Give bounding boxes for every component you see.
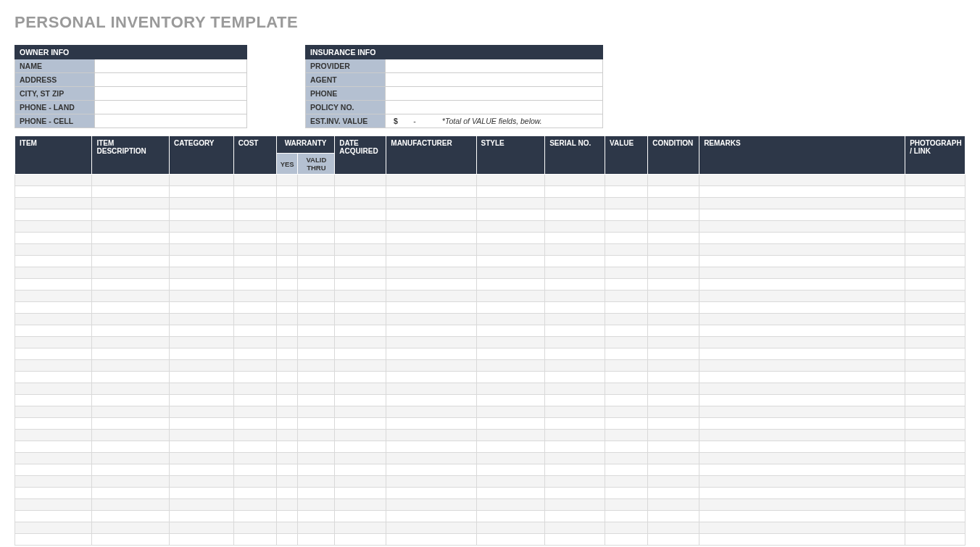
- table-cell[interactable]: [386, 406, 476, 418]
- table-cell[interactable]: [905, 256, 966, 267]
- table-cell[interactable]: [233, 337, 276, 348]
- table-cell[interactable]: [648, 244, 699, 256]
- table-cell[interactable]: [905, 360, 966, 372]
- table-cell[interactable]: [476, 499, 545, 511]
- table-cell[interactable]: [335, 325, 386, 337]
- table-cell[interactable]: [905, 522, 966, 534]
- table-cell[interactable]: [169, 244, 233, 256]
- table-cell[interactable]: [476, 522, 545, 534]
- table-cell[interactable]: [233, 453, 276, 464]
- table-cell[interactable]: [386, 302, 476, 314]
- table-cell[interactable]: [476, 314, 545, 325]
- table-cell[interactable]: [169, 453, 233, 464]
- table-cell[interactable]: [276, 522, 298, 534]
- table-cell[interactable]: [15, 256, 92, 267]
- table-cell[interactable]: [648, 209, 699, 221]
- table-cell[interactable]: [169, 209, 233, 221]
- table-cell[interactable]: [276, 233, 298, 244]
- table-cell[interactable]: [169, 372, 233, 383]
- table-cell[interactable]: [276, 198, 298, 209]
- table-cell[interactable]: [386, 534, 476, 546]
- table-cell[interactable]: [605, 233, 648, 244]
- table-cell[interactable]: [335, 256, 386, 267]
- table-cell[interactable]: [169, 198, 233, 209]
- table-cell[interactable]: [92, 186, 169, 198]
- table-cell[interactable]: [545, 360, 605, 372]
- table-cell[interactable]: [298, 209, 335, 221]
- table-cell[interactable]: [605, 209, 648, 221]
- table-cell[interactable]: [92, 464, 169, 476]
- table-cell[interactable]: [699, 186, 905, 198]
- table-cell[interactable]: [298, 186, 335, 198]
- table-cell[interactable]: [386, 186, 476, 198]
- table-cell[interactable]: [298, 430, 335, 441]
- table-cell[interactable]: [648, 372, 699, 383]
- table-cell[interactable]: [15, 372, 92, 383]
- table-cell[interactable]: [648, 522, 699, 534]
- table-cell[interactable]: [335, 209, 386, 221]
- table-cell[interactable]: [233, 302, 276, 314]
- table-cell[interactable]: [92, 372, 169, 383]
- table-cell[interactable]: [335, 453, 386, 464]
- table-cell[interactable]: [545, 453, 605, 464]
- table-cell[interactable]: [335, 383, 386, 395]
- table-cell[interactable]: [233, 256, 276, 267]
- table-cell[interactable]: [233, 325, 276, 337]
- table-cell[interactable]: [298, 198, 335, 209]
- table-cell[interactable]: [699, 511, 905, 522]
- table-cell[interactable]: [605, 418, 648, 430]
- table-cell[interactable]: [905, 418, 966, 430]
- table-cell[interactable]: [699, 453, 905, 464]
- table-cell[interactable]: [648, 198, 699, 209]
- table-cell[interactable]: [386, 430, 476, 441]
- table-cell[interactable]: [905, 476, 966, 488]
- table-cell[interactable]: [648, 314, 699, 325]
- table-cell[interactable]: [905, 175, 966, 186]
- table-cell[interactable]: [335, 360, 386, 372]
- table-cell[interactable]: [15, 348, 92, 360]
- table-cell[interactable]: [233, 534, 276, 546]
- table-cell[interactable]: [169, 534, 233, 546]
- table-cell[interactable]: [169, 175, 233, 186]
- insurance-value[interactable]: [386, 73, 603, 87]
- table-cell[interactable]: [233, 233, 276, 244]
- table-cell[interactable]: [298, 314, 335, 325]
- table-cell[interactable]: [233, 430, 276, 441]
- table-cell[interactable]: [476, 175, 545, 186]
- table-cell[interactable]: [476, 430, 545, 441]
- table-cell[interactable]: [233, 441, 276, 453]
- table-cell[interactable]: [335, 279, 386, 291]
- table-cell[interactable]: [699, 418, 905, 430]
- table-cell[interactable]: [92, 522, 169, 534]
- table-cell[interactable]: [92, 430, 169, 441]
- table-cell[interactable]: [298, 337, 335, 348]
- table-cell[interactable]: [276, 453, 298, 464]
- table-cell[interactable]: [476, 233, 545, 244]
- table-cell[interactable]: [476, 395, 545, 406]
- table-cell[interactable]: [276, 534, 298, 546]
- table-cell[interactable]: [905, 534, 966, 546]
- table-cell[interactable]: [386, 198, 476, 209]
- table-cell[interactable]: [15, 464, 92, 476]
- table-cell[interactable]: [92, 418, 169, 430]
- table-cell[interactable]: [545, 441, 605, 453]
- table-cell[interactable]: [648, 256, 699, 267]
- table-cell[interactable]: [233, 395, 276, 406]
- table-cell[interactable]: [905, 233, 966, 244]
- table-cell[interactable]: [92, 488, 169, 499]
- table-cell[interactable]: [605, 302, 648, 314]
- table-cell[interactable]: [545, 279, 605, 291]
- table-cell[interactable]: [233, 279, 276, 291]
- table-cell[interactable]: [15, 395, 92, 406]
- table-cell[interactable]: [233, 186, 276, 198]
- table-cell[interactable]: [605, 430, 648, 441]
- table-cell[interactable]: [545, 534, 605, 546]
- table-cell[interactable]: [476, 244, 545, 256]
- table-cell[interactable]: [233, 406, 276, 418]
- table-cell[interactable]: [648, 383, 699, 395]
- table-cell[interactable]: [605, 175, 648, 186]
- table-cell[interactable]: [15, 418, 92, 430]
- table-cell[interactable]: [605, 186, 648, 198]
- owner-value[interactable]: [95, 87, 247, 101]
- table-cell[interactable]: [605, 441, 648, 453]
